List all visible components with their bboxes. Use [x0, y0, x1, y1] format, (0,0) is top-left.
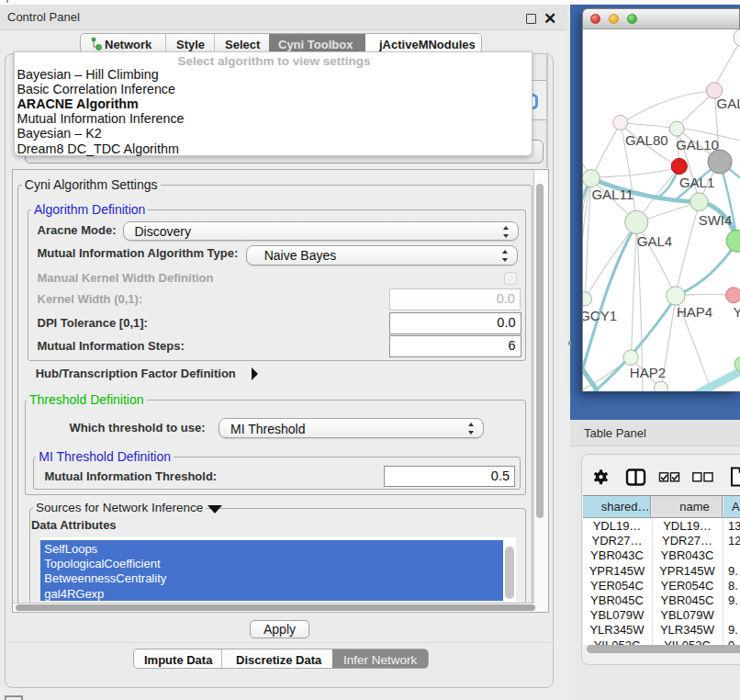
svg-text:GAL80: GAL80 — [625, 132, 668, 148]
svg-text:SWI4: SWI4 — [699, 212, 733, 228]
svg-text:GAL1: GAL1 — [679, 175, 714, 190]
svg-text:GAL10: GAL10 — [676, 137, 719, 152]
svg-text:YEL: YEL — [734, 304, 740, 320]
svg-text:GAL4: GAL4 — [637, 233, 672, 249]
svg-text:GAL2: GAL2 — [717, 96, 740, 111]
svg-text:GAL11: GAL11 — [591, 186, 633, 202]
svg-text:HAP2: HAP2 — [630, 365, 666, 380]
svg-text:HAP4: HAP4 — [677, 304, 712, 320]
svg-text:GCY1: GCY1 — [583, 308, 617, 323]
